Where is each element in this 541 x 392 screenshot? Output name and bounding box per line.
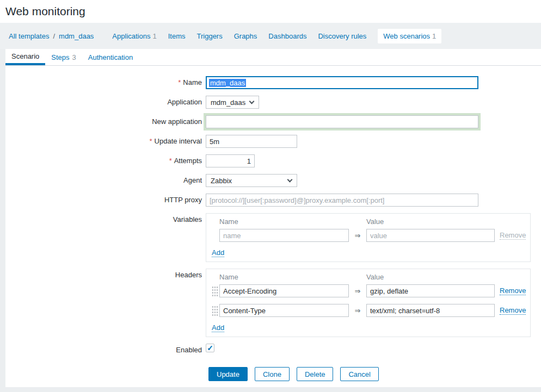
row-attempts: *Attempts [5, 154, 541, 167]
update-interval-label: Update interval [155, 137, 202, 145]
headers-box: Name Value ⇒ Remove ⇒ [206, 269, 531, 337]
arrow-right-icon: ⇒ [349, 287, 366, 295]
nav-count-applications: 1 [152, 32, 156, 40]
header-row: ⇒ Remove [212, 304, 525, 317]
required-asterisk: * [178, 78, 181, 86]
tab-authentication[interactable]: Authentication [82, 49, 139, 65]
attempts-label: Attempts [174, 157, 202, 165]
drag-handle-icon[interactable] [212, 286, 218, 296]
agent-label: Agent [5, 174, 202, 187]
nav-item-applications[interactable]: Applications1 [112, 32, 156, 40]
nav-item-triggers[interactable]: Triggers [197, 32, 223, 40]
variable-value-input[interactable] [366, 229, 495, 242]
nav-count-web-scenarios: 1 [432, 32, 436, 40]
variables-add-button[interactable]: Add [212, 248, 224, 257]
page-title: Web monitoring [5, 5, 85, 17]
variables-value-column-header: Value [366, 217, 384, 226]
variables-label: Variables [5, 213, 202, 226]
nav-item-graphs[interactable]: Graphs [234, 32, 257, 40]
headers-name-column-header: Name [219, 273, 366, 281]
header-remove-button[interactable]: Remove [500, 306, 526, 315]
arrow-right-icon: ⇒ [349, 232, 366, 240]
chevron-down-icon [287, 177, 293, 182]
delete-button[interactable]: Delete [297, 367, 334, 381]
http-proxy-label: HTTP proxy [5, 194, 202, 207]
http-proxy-input[interactable] [206, 194, 478, 207]
header-remove-button[interactable]: Remove [500, 287, 526, 295]
form-actions: Update Clone Delete Cancel [208, 367, 541, 381]
required-asterisk: * [149, 137, 152, 145]
nav-item-web-scenarios[interactable]: Web scenarios1 [378, 29, 441, 43]
check-icon: ✓ [207, 344, 213, 352]
name-input[interactable]: mdm_daas [206, 76, 478, 89]
nav-item-discovery-rules[interactable]: Discovery rules [318, 32, 366, 40]
agent-select[interactable]: Zabbix [206, 174, 297, 187]
cancel-button[interactable]: Cancel [340, 367, 378, 381]
row-new-application: New application [5, 115, 541, 128]
tab-steps[interactable]: Steps3 [45, 49, 82, 65]
application-label: Application [5, 96, 202, 109]
row-http-proxy: HTTP proxy [5, 194, 541, 207]
row-update-interval: *Update interval [5, 135, 541, 148]
header-value-input[interactable] [366, 304, 495, 317]
attempts-input[interactable] [206, 154, 255, 167]
agent-select-value: Zabbix [211, 177, 232, 185]
application-select-value: mdm_daas [211, 98, 245, 107]
nav-item-items[interactable]: Items [168, 32, 186, 40]
new-application-input[interactable] [206, 115, 478, 128]
header-name-input[interactable] [219, 284, 349, 297]
tab-steps-count: 3 [72, 53, 76, 61]
row-headers: Headers Name Value ⇒ Remove [5, 269, 541, 337]
headers-add-button[interactable]: Add [212, 323, 224, 332]
required-asterisk: * [169, 157, 172, 165]
variables-row: ⇒ Remove [212, 229, 525, 242]
row-application: Application mdm_daas [5, 96, 541, 109]
chevron-down-icon [249, 98, 255, 104]
breadcrumb-all-templates[interactable]: All templates [9, 32, 49, 40]
headers-label: Headers [5, 269, 202, 282]
breadcrumb-template[interactable]: mdm_daas [59, 32, 94, 40]
update-button[interactable]: Update [208, 367, 248, 381]
variable-name-input[interactable] [219, 229, 349, 242]
variables-name-column-header: Name [219, 217, 366, 226]
variable-remove-button: Remove [500, 231, 526, 240]
variables-box: Name Value ⇒ Remove Add [206, 213, 531, 262]
tab-bar: Scenario Steps3 Authentication [5, 49, 541, 66]
row-name: *Name mdm_daas [5, 76, 541, 89]
arrow-right-icon: ⇒ [349, 307, 366, 315]
content-background: Scenario Steps3 Authentication *Name mdm… [0, 49, 541, 392]
page-header: Web monitoring [0, 0, 541, 23]
form-panel: Scenario Steps3 Authentication *Name mdm… [5, 49, 541, 387]
header-name-input[interactable] [219, 304, 349, 317]
row-variables: Variables Name Value ⇒ Remove Add [5, 213, 541, 262]
navbar: All templates / mdm_daas Applications1 I… [0, 23, 541, 49]
clone-button[interactable]: Clone [255, 367, 290, 381]
nav-item-dashboards[interactable]: Dashboards [268, 32, 306, 40]
headers-value-column-header: Value [366, 273, 384, 281]
row-enabled: Enabled ✓ [5, 344, 541, 357]
new-application-label: New application [5, 115, 202, 128]
breadcrumb-separator: / [53, 32, 55, 40]
enabled-label: Enabled [5, 344, 202, 357]
update-interval-input[interactable] [206, 135, 297, 148]
row-agent: Agent Zabbix [5, 174, 541, 187]
name-label: Name [183, 78, 202, 86]
name-input-selected-text: mdm_daas [209, 79, 246, 87]
application-select[interactable]: mdm_daas [206, 96, 259, 109]
header-value-input[interactable] [366, 284, 495, 297]
header-row: ⇒ Remove [212, 284, 525, 297]
enabled-checkbox[interactable]: ✓ [206, 344, 214, 352]
drag-handle-icon[interactable] [212, 306, 218, 316]
tab-scenario[interactable]: Scenario [5, 49, 45, 65]
scenario-form: *Name mdm_daas Application mdm_daas New … [5, 66, 541, 381]
